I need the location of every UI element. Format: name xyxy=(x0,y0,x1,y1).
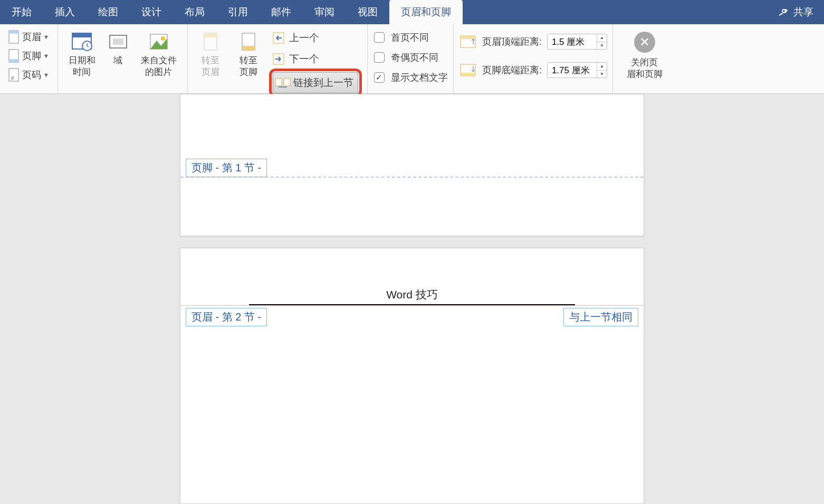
spinner-up-icon[interactable]: ▲ xyxy=(597,34,607,42)
svg-rect-20 xyxy=(275,79,282,86)
tab-mailings[interactable]: 邮件 xyxy=(260,0,303,24)
chevron-down-icon: ▼ xyxy=(43,72,49,78)
header-text[interactable]: Word 技巧 xyxy=(249,287,575,305)
page-1[interactable]: 页脚 - 第 1 节 - xyxy=(180,94,644,236)
close-label: 关闭页 眉和页脚 xyxy=(627,57,663,80)
field-icon xyxy=(106,30,130,54)
tab-header-footer[interactable]: 页眉和页脚 xyxy=(389,0,463,24)
tab-references[interactable]: 引用 xyxy=(216,0,260,24)
checkbox-checked-icon: ✓ xyxy=(374,72,385,83)
goto-footer-label: 转至 页脚 xyxy=(239,55,257,78)
group-options: 首页不同 奇偶页不同 ✓ 显示文档文字 xyxy=(368,24,454,93)
ribbon: 页眉 ▼ 页脚 ▼ # 页码 ▼ 日期和 时间 域 来自文件 的图片 xyxy=(0,24,824,94)
next-icon xyxy=(270,51,287,67)
previous-icon xyxy=(270,30,287,46)
footer-distance-input[interactable] xyxy=(548,63,597,77)
share-button[interactable]: 共享 xyxy=(773,0,819,24)
svg-rect-10 xyxy=(113,38,123,45)
picture-icon xyxy=(147,30,171,54)
link-icon xyxy=(274,74,291,91)
header-distance-input[interactable] xyxy=(548,34,597,49)
page-number-label: 页码 xyxy=(22,69,41,81)
different-odd-even-label: 奇偶页不同 xyxy=(391,51,438,64)
tab-layout[interactable]: 布局 xyxy=(173,0,216,24)
svg-rect-23 xyxy=(461,36,475,39)
header-distance-label: 页眉顶端距离: xyxy=(482,35,542,48)
tab-review[interactable]: 审阅 xyxy=(303,0,346,24)
date-time-button[interactable]: 日期和 时间 xyxy=(63,27,101,78)
previous-label: 上一个 xyxy=(289,31,319,45)
group-position: 页眉顶端距离: ▲ ▼ 页脚底端距离: ▲ ▼ xyxy=(454,24,613,93)
footer-distance-icon xyxy=(459,63,477,77)
svg-rect-1 xyxy=(9,31,18,34)
different-first-page-label: 首页不同 xyxy=(391,31,429,44)
tab-home[interactable]: 开始 xyxy=(0,0,43,24)
spinner-up-icon[interactable]: ▲ xyxy=(597,63,607,71)
header-section-tag: 页眉 - 第 2 节 - xyxy=(186,308,267,326)
page-number-dropdown[interactable]: # 页码 ▼ xyxy=(5,65,52,84)
footer-dropdown[interactable]: 页脚 ▼ xyxy=(5,46,52,65)
svg-point-13 xyxy=(161,36,165,41)
svg-rect-3 xyxy=(9,59,18,62)
different-first-page-checkbox[interactable]: 首页不同 xyxy=(373,27,448,47)
goto-header-icon xyxy=(198,30,223,54)
goto-footer-button[interactable]: 转至 页脚 xyxy=(231,27,266,78)
svg-rect-17 xyxy=(242,46,255,50)
header-boundary-line xyxy=(180,305,644,306)
group-navigation: 转至 页眉 转至 页脚 上一个 下一个 链接到上一节 xyxy=(188,24,368,93)
footer-icon xyxy=(6,49,21,63)
previous-button[interactable]: 上一个 xyxy=(269,27,362,49)
different-odd-even-checkbox[interactable]: 奇偶页不同 xyxy=(373,47,448,67)
page-number-icon: # xyxy=(6,67,21,82)
show-document-text-label: 显示文档文字 xyxy=(391,71,448,84)
link-to-previous-button[interactable]: 链接到上一节 xyxy=(273,72,358,93)
footer-distance-label: 页脚底端距离: xyxy=(482,64,542,76)
close-header-footer-button[interactable]: ✕ 关闭页 眉和页脚 xyxy=(621,27,668,80)
close-icon: ✕ xyxy=(634,32,655,53)
spinner-down-icon[interactable]: ▼ xyxy=(597,42,607,50)
date-time-label: 日期和 时间 xyxy=(69,55,95,78)
tab-design[interactable]: 设计 xyxy=(130,0,173,24)
header-dropdown[interactable]: 页眉 ▼ xyxy=(5,27,52,46)
tab-view[interactable]: 视图 xyxy=(346,0,389,24)
footer-section-tag: 页脚 - 第 1 节 - xyxy=(186,159,267,177)
svg-rect-15 xyxy=(204,33,217,37)
tab-insert[interactable]: 插入 xyxy=(43,0,87,24)
goto-header-button: 转至 页眉 xyxy=(193,27,228,78)
header-icon xyxy=(6,30,21,44)
header-label: 页眉 xyxy=(22,31,41,43)
svg-rect-7 xyxy=(72,33,91,37)
share-label: 共享 xyxy=(793,5,813,19)
footer-distance-spinner[interactable]: ▲ ▼ xyxy=(547,62,607,78)
spinner-down-icon[interactable]: ▼ xyxy=(597,71,607,78)
footer-distance-row: 页脚底端距离: ▲ ▼ xyxy=(459,56,607,84)
next-label: 下一个 xyxy=(289,52,319,66)
next-button[interactable]: 下一个 xyxy=(269,49,362,70)
field-button[interactable]: 域 xyxy=(101,27,136,66)
page-2[interactable]: Word 技巧 页眉 - 第 2 节 - 与上一节相同 xyxy=(180,248,644,504)
group-close: ✕ 关闭页 眉和页脚 xyxy=(613,24,676,93)
group-header-footer: 页眉 ▼ 页脚 ▼ # 页码 ▼ xyxy=(0,24,58,93)
group-insert: 日期和 时间 域 来自文件 的图片 xyxy=(58,24,188,93)
tab-bar: 开始 插入 绘图 设计 布局 引用 邮件 审阅 视图 页眉和页脚 共享 xyxy=(0,0,824,24)
tab-draw[interactable]: 绘图 xyxy=(87,0,130,24)
calendar-icon xyxy=(70,30,94,54)
show-document-text-checkbox[interactable]: ✓ 显示文档文字 xyxy=(373,67,448,88)
chevron-down-icon: ▼ xyxy=(43,34,49,40)
svg-rect-21 xyxy=(284,79,290,86)
chevron-down-icon: ▼ xyxy=(43,53,49,59)
share-icon xyxy=(779,7,790,17)
picture-label: 来自文件 的图片 xyxy=(141,55,177,78)
header-distance-spinner[interactable]: ▲ ▼ xyxy=(547,34,607,50)
checkbox-unchecked-icon xyxy=(374,32,385,43)
link-to-previous-label: 链接到上一节 xyxy=(293,76,353,90)
checkbox-unchecked-icon xyxy=(374,52,385,63)
document-area: 页脚 - 第 1 节 - Word 技巧 页眉 - 第 2 节 - 与上一节相同 xyxy=(0,94,824,504)
goto-header-label: 转至 页眉 xyxy=(202,55,219,78)
same-as-previous-tag: 与上一节相同 xyxy=(563,308,638,326)
picture-from-file-button[interactable]: 来自文件 的图片 xyxy=(136,27,182,78)
footer-label: 页脚 xyxy=(22,50,41,62)
svg-rect-25 xyxy=(461,73,475,76)
svg-text:#: # xyxy=(11,75,14,81)
link-previous-highlight: 链接到上一节 xyxy=(269,69,362,97)
